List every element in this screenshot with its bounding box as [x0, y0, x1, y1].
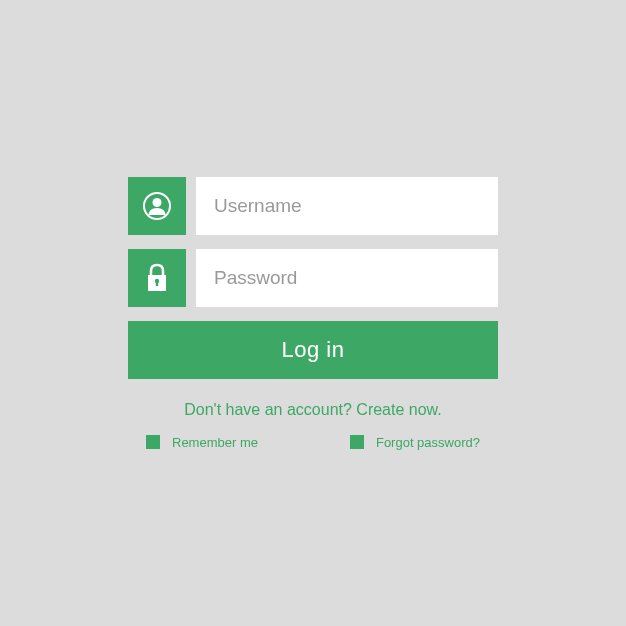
login-form: Log in Don't have an account? Create now… — [128, 177, 498, 450]
svg-rect-4 — [156, 281, 158, 286]
password-input[interactable] — [196, 249, 498, 307]
user-icon-box — [128, 177, 186, 235]
forgot-password-marker — [350, 435, 364, 449]
username-row — [128, 177, 498, 235]
forgot-password-label: Forgot password? — [376, 435, 480, 450]
forgot-password-option[interactable]: Forgot password? — [350, 435, 480, 450]
remember-me-option[interactable]: Remember me — [146, 435, 258, 450]
username-input[interactable] — [196, 177, 498, 235]
login-button[interactable]: Log in — [128, 321, 498, 379]
lock-icon-box — [128, 249, 186, 307]
bottom-options-row: Remember me Forgot password? — [128, 435, 498, 450]
remember-me-label: Remember me — [172, 435, 258, 450]
password-row — [128, 249, 498, 307]
svg-point-1 — [153, 198, 162, 207]
create-account-link[interactable]: Don't have an account? Create now. — [128, 401, 498, 419]
user-icon — [141, 190, 173, 222]
lock-icon — [144, 263, 170, 293]
remember-me-checkbox[interactable] — [146, 435, 160, 449]
